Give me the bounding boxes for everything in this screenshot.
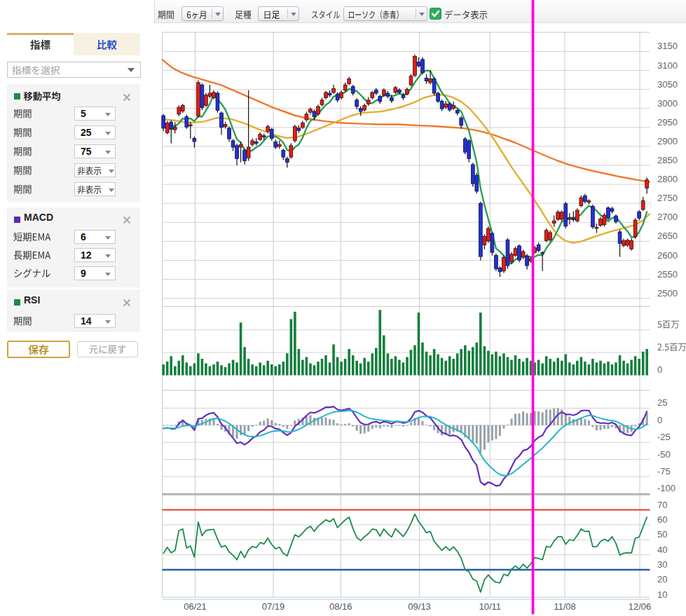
- svg-text:2550: 2550: [657, 269, 678, 280]
- svg-text:09/13: 09/13: [408, 601, 431, 612]
- svg-text:70: 70: [657, 500, 667, 510]
- svg-text:2850: 2850: [657, 155, 678, 165]
- svg-text:07/19: 07/19: [262, 601, 285, 612]
- svg-text:-25: -25: [657, 432, 671, 442]
- svg-text:0: 0: [657, 415, 662, 425]
- svg-text:08/16: 08/16: [329, 601, 352, 612]
- svg-text:30: 30: [657, 559, 667, 570]
- svg-text:3100: 3100: [657, 60, 678, 71]
- svg-text:2500: 2500: [657, 288, 678, 299]
- svg-text:2700: 2700: [657, 212, 678, 222]
- svg-text:-100: -100: [657, 483, 675, 493]
- svg-text:2950: 2950: [657, 117, 678, 128]
- svg-text:40: 40: [657, 545, 667, 555]
- svg-text:2800: 2800: [657, 174, 678, 184]
- svg-text:50: 50: [657, 529, 667, 540]
- svg-text:3150: 3150: [657, 41, 678, 51]
- svg-text:2900: 2900: [657, 136, 678, 146]
- svg-text:2750: 2750: [657, 193, 678, 203]
- svg-text:2600: 2600: [657, 250, 678, 261]
- svg-text:2650: 2650: [657, 231, 678, 241]
- svg-text:-50: -50: [657, 449, 671, 460]
- svg-text:-75: -75: [657, 466, 671, 477]
- svg-text:60: 60: [657, 514, 667, 525]
- svg-text:3000: 3000: [657, 98, 678, 109]
- svg-text:11/08: 11/08: [554, 601, 576, 612]
- svg-text:20: 20: [657, 574, 667, 584]
- svg-text:25: 25: [657, 397, 667, 408]
- svg-text:10/11: 10/11: [479, 601, 502, 612]
- svg-text:06/21: 06/21: [184, 601, 207, 612]
- svg-text:3050: 3050: [657, 79, 678, 90]
- svg-text:12/06: 12/06: [629, 601, 652, 612]
- svg-text:0: 0: [657, 364, 662, 375]
- svg-text:10: 10: [657, 589, 667, 600]
